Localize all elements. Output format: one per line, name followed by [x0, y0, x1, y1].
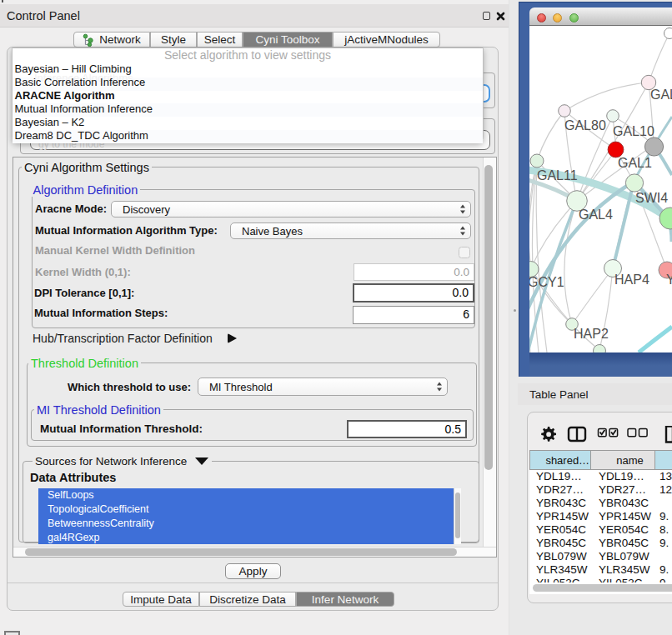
svg-text:GAL: GAL — [650, 88, 672, 102]
svg-text:SWI4: SWI4 — [635, 191, 668, 205]
svg-text:Y: Y — [666, 272, 672, 287]
svg-text:GAL11: GAL11 — [537, 168, 578, 182]
svg-text:GAL4: GAL4 — [579, 208, 613, 222]
svg-text:GAL10: GAL10 — [613, 124, 654, 138]
svg-text:GCY1: GCY1 — [529, 275, 564, 289]
svg-text:HAP4: HAP4 — [614, 272, 649, 287]
svg-text:GAL80: GAL80 — [564, 118, 606, 132]
svg-text:HAP2: HAP2 — [574, 327, 609, 341]
svg-text:GAL1: GAL1 — [618, 156, 652, 170]
